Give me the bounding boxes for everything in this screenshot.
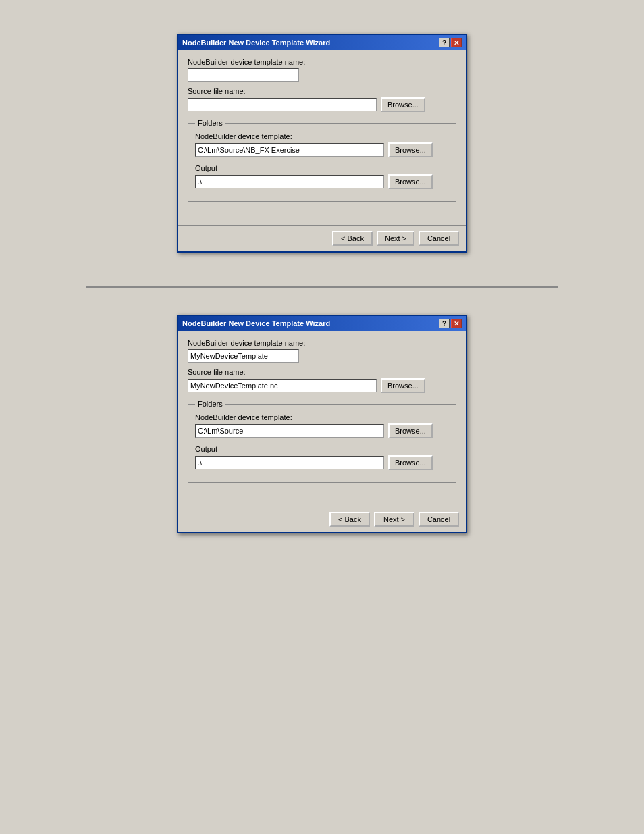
back-button-2[interactable]: < Back [329, 512, 370, 527]
source-browse-button-1[interactable]: Browse... [381, 97, 425, 112]
divider [86, 286, 558, 288]
titlebar-buttons-2: ? ✕ [439, 319, 462, 328]
source-file-input-2[interactable] [188, 379, 377, 392]
nb-template-input-2[interactable] [195, 424, 384, 438]
output-browse-button-1[interactable]: Browse... [388, 174, 433, 189]
output-input-2[interactable] [195, 456, 384, 469]
dialog-2-footer: < Back Next > Cancel [178, 506, 466, 532]
template-name-input-2[interactable] [188, 349, 299, 363]
dialog-1-footer: < Back Next > Cancel [178, 225, 466, 251]
dialog-2: NodeBuilder New Device Template Wizard ?… [177, 315, 467, 533]
dialog-1: NodeBuilder New Device Template Wizard ?… [177, 34, 467, 253]
close-button-1[interactable]: ✕ [451, 38, 462, 47]
nb-template-section-1: NodeBuilder device template: Browse... [195, 132, 449, 157]
titlebar-buttons-1: ? ✕ [439, 38, 462, 47]
nb-template-label-2: NodeBuilder device template: [195, 413, 449, 421]
dialog-1-titlebar: NodeBuilder New Device Template Wizard ?… [178, 35, 466, 50]
output-label-1: Output [195, 164, 449, 172]
output-label-2: Output [195, 445, 449, 453]
source-file-row-2: Browse... [188, 378, 456, 393]
template-name-label-2: NodeBuilder device template name: [188, 339, 456, 347]
folders-legend-2: Folders [195, 400, 225, 408]
output-section-1: Output Browse... [195, 164, 449, 189]
nb-template-browse-button-2[interactable]: Browse... [388, 423, 433, 438]
dialog-2-titlebar: NodeBuilder New Device Template Wizard ?… [178, 316, 466, 331]
cancel-button-1[interactable]: Cancel [419, 231, 459, 246]
nb-template-label-1: NodeBuilder device template: [195, 132, 449, 140]
page-wrapper: NodeBuilder New Device Template Wizard ?… [0, 20, 644, 561]
folders-group-2: Folders NodeBuilder device template: Bro… [188, 400, 456, 483]
nb-template-row-2: Browse... [195, 423, 449, 438]
next-button-2[interactable]: Next > [374, 512, 414, 527]
folders-group-1: Folders NodeBuilder device template: Bro… [188, 119, 456, 202]
close-button-2[interactable]: ✕ [451, 319, 462, 328]
help-button-2[interactable]: ? [439, 319, 450, 328]
folders-legend-1: Folders [195, 119, 225, 127]
source-file-label-1: Source file name: [188, 87, 456, 95]
next-button-1[interactable]: Next > [377, 231, 414, 246]
dialog-1-title: NodeBuilder New Device Template Wizard [182, 38, 330, 47]
template-name-label-1: NodeBuilder device template name: [188, 58, 456, 66]
output-row-2: Browse... [195, 455, 449, 470]
source-file-input-1[interactable] [188, 98, 377, 111]
output-row-1: Browse... [195, 174, 449, 189]
source-file-label-2: Source file name: [188, 368, 456, 376]
dialog-2-title: NodeBuilder New Device Template Wizard [182, 319, 330, 328]
cancel-button-2[interactable]: Cancel [419, 512, 459, 527]
source-browse-button-2[interactable]: Browse... [381, 378, 425, 393]
dialog-1-content: NodeBuilder device template name: Source… [178, 50, 466, 218]
back-button-1[interactable]: < Back [332, 231, 373, 246]
nb-template-browse-button-1[interactable]: Browse... [388, 142, 433, 157]
output-browse-button-2[interactable]: Browse... [388, 455, 433, 470]
output-section-2: Output Browse... [195, 445, 449, 470]
help-button-1[interactable]: ? [439, 38, 450, 47]
nb-template-row-1: Browse... [195, 142, 449, 157]
nb-template-section-2: NodeBuilder device template: Browse... [195, 413, 449, 438]
source-file-row-1: Browse... [188, 97, 456, 112]
output-input-1[interactable] [195, 175, 384, 188]
template-name-input-1[interactable] [188, 68, 299, 82]
dialog-2-content: NodeBuilder device template name: Source… [178, 331, 466, 499]
nb-template-input-1[interactable] [195, 143, 384, 157]
